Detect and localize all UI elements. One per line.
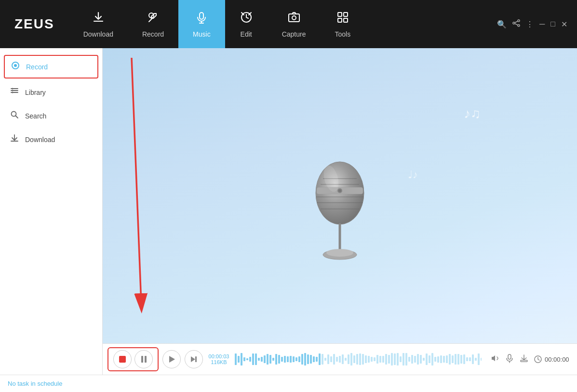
svg-point-20 [12, 92, 13, 93]
record-tab-icon [147, 11, 160, 27]
stop-icon [119, 356, 126, 363]
timer-value: 00:00:00 [545, 356, 569, 363]
svg-rect-7 [344, 13, 348, 16]
capture-tab-icon [287, 11, 301, 27]
svg-line-38 [132, 58, 141, 303]
svg-point-19 [12, 90, 13, 91]
pause-icon [141, 356, 147, 363]
tab-edit-label: Edit [241, 30, 252, 38]
pause-button[interactable] [134, 350, 153, 368]
svg-rect-4 [289, 14, 299, 22]
menu-btn[interactable]: ⋮ [526, 20, 534, 29]
tab-music-label: Music [193, 30, 211, 38]
svg-rect-8 [338, 18, 342, 22]
sidebar-item-record[interactable]: Record [4, 55, 98, 78]
tab-download[interactable]: Download [69, 0, 128, 48]
nav-tabs: Download Record M [69, 0, 497, 48]
play-button[interactable] [162, 350, 181, 368]
sidebar-item-library[interactable]: Library [0, 80, 102, 104]
time-info: 00:00:03 116KB [207, 353, 231, 365]
tab-tools[interactable]: Tools [320, 0, 365, 48]
close-btn[interactable]: ✕ [561, 20, 567, 29]
window-controls: 🔍 ⋮ ─ □ ✕ [497, 19, 577, 29]
tab-capture-label: Capture [282, 30, 306, 38]
svg-rect-6 [338, 13, 342, 16]
search-sidebar-icon [10, 110, 19, 122]
tools-tab-icon [336, 11, 349, 27]
tab-capture[interactable]: Capture [268, 0, 321, 48]
svg-rect-9 [344, 18, 348, 22]
music-tab-icon [195, 11, 208, 27]
share-btn[interactable] [512, 19, 520, 29]
svg-point-12 [518, 25, 520, 26]
sidebar-record-label: Record [26, 63, 48, 71]
player-bar: 00:00:03 116KB [103, 343, 577, 375]
main-content: ♪♫ ♩♪ [103, 48, 577, 375]
svg-point-11 [513, 22, 515, 24]
timer-display: 00:00:00 [534, 355, 572, 364]
tab-edit[interactable]: Edit [225, 0, 268, 48]
recording-controls-box [107, 347, 159, 371]
elapsed-time: 00:00:03 [209, 353, 229, 359]
svg-point-18 [12, 88, 13, 90]
titlebar: ZEUS Download Record [0, 0, 577, 48]
export-button[interactable] [519, 353, 529, 366]
mic-button[interactable] [505, 353, 514, 366]
sidebar: Record Library Search [0, 48, 103, 375]
sidebar-download-label: Download [25, 136, 55, 144]
file-size: 116KB [211, 359, 227, 365]
tab-download-label: Download [83, 30, 113, 38]
music-note-decoration-1: ♪♫ [464, 106, 481, 121]
edit-tab-icon [240, 11, 253, 27]
sidebar-item-search[interactable]: Search [0, 104, 102, 128]
svg-rect-41 [521, 360, 527, 362]
skip-icon [191, 356, 197, 362]
waveform-display [235, 352, 482, 366]
search-window-btn[interactable]: 🔍 [497, 20, 507, 29]
library-sidebar-icon [10, 86, 19, 98]
svg-point-10 [518, 20, 520, 22]
status-text: No task in schedule [8, 380, 62, 387]
svg-line-22 [16, 116, 18, 118]
svg-rect-1 [200, 13, 203, 19]
music-note-decoration-2: ♩♪ [408, 169, 418, 181]
svg-point-35 [326, 249, 353, 257]
tab-record[interactable]: Record [128, 0, 178, 48]
minimize-btn[interactable]: ─ [539, 20, 545, 28]
tab-music[interactable]: Music [178, 0, 225, 48]
sidebar-library-label: Library [25, 89, 46, 96]
download-tab-icon [92, 11, 105, 27]
tab-tools-label: Tools [335, 30, 350, 38]
tab-record-label: Record [142, 30, 164, 38]
app-logo: ZEUS [0, 16, 69, 32]
maximize-btn[interactable]: □ [550, 20, 555, 28]
sidebar-item-download[interactable]: Download [0, 128, 102, 151]
download-sidebar-icon [10, 133, 19, 145]
volume-button[interactable] [490, 353, 500, 366]
skip-button[interactable] [185, 350, 203, 368]
svg-rect-39 [508, 354, 511, 359]
right-controls: 00:00:00 [490, 353, 572, 366]
record-sidebar-icon [11, 61, 20, 73]
svg-point-14 [14, 64, 17, 67]
microphone-illustration [296, 135, 383, 282]
stop-button[interactable] [113, 350, 132, 368]
svg-point-32 [338, 189, 341, 192]
svg-point-5 [292, 16, 296, 20]
play-icon [169, 356, 175, 363]
sidebar-search-label: Search [25, 112, 46, 120]
status-bar: No task in schedule [0, 375, 577, 392]
